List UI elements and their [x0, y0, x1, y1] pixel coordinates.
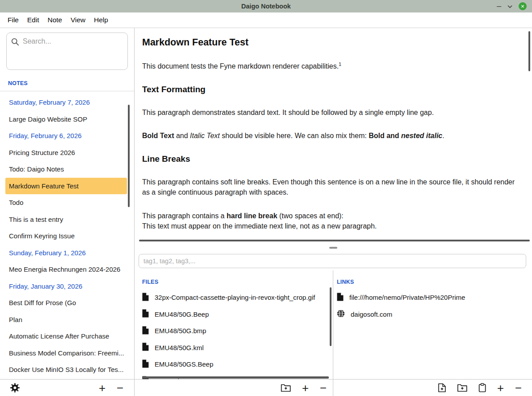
- markdown-paragraph: This paragraph demonstrates standard tex…: [142, 107, 516, 118]
- text-segment: Bold and: [368, 132, 401, 139]
- note-item-selected[interactable]: Markdown Feature Test: [5, 178, 127, 195]
- note-item[interactable]: Friday, January 30, 2026: [5, 278, 127, 295]
- text-segment: should be visible here. We can also mix …: [220, 132, 368, 139]
- files-horizontal-scrollbar[interactable]: [142, 376, 329, 379]
- text-segment: Italic Text: [190, 132, 220, 139]
- note-item[interactable]: Plan: [5, 311, 127, 328]
- notes-scrollbar[interactable]: [128, 105, 130, 207]
- text-segment: nested italic: [401, 132, 442, 139]
- text-segment: Bold Text: [142, 132, 174, 139]
- files-toolbar: + −: [135, 379, 333, 396]
- add-link-button[interactable]: +: [497, 382, 504, 394]
- attachments-area: FILES 32px-Compact-cassette-playing-in-r…: [135, 270, 532, 379]
- link-item[interactable]: file:///home/nemo/Private/HP%20Prime: [333, 289, 532, 306]
- file-item[interactable]: 32px-Compact-cassette-playing-in-revox-t…: [135, 289, 333, 306]
- link-item[interactable]: daigosoft.com: [333, 306, 532, 323]
- notes-section-label: NOTES: [8, 80, 28, 86]
- files-vertical-scrollbar[interactable]: [330, 287, 331, 346]
- menu-view[interactable]: View: [70, 16, 85, 24]
- note-item[interactable]: This is a test entry: [5, 211, 127, 228]
- search-input[interactable]: [23, 37, 123, 45]
- file-item[interactable]: EMU48/50G.Beep: [135, 306, 333, 323]
- note-item[interactable]: Todo: Daigo Notes: [5, 161, 127, 178]
- note-content: Markdown Feature TestThis document tests…: [135, 28, 532, 245]
- note-item[interactable]: Best Diff for Prose (Go: [5, 294, 127, 311]
- markdown-paragraph: This paragraph contains a hard line brea…: [142, 211, 516, 232]
- file-icon: [337, 293, 344, 302]
- note-item[interactable]: Friday, February 6, 2026: [5, 127, 127, 144]
- close-button[interactable]: ✕: [519, 2, 527, 10]
- note-item[interactable]: Business Model Comparison: Freemi...: [5, 345, 127, 362]
- menu-help[interactable]: Help: [94, 16, 108, 24]
- tags-input[interactable]: [139, 254, 526, 268]
- links-panel: LINKS file:///home/nemo/Private/HP%20Pri…: [333, 270, 532, 379]
- window-title: Daigo Notebook: [241, 3, 291, 10]
- text-segment: This text must appear on the immediate n…: [142, 222, 377, 230]
- app-window: Daigo Notebook – ✕ FileEditNoteViewHelp …: [0, 0, 532, 396]
- file-item[interactable]: EMU48/50G.bmp: [135, 323, 333, 339]
- splitter[interactable]: [135, 245, 532, 251]
- file-icon: [142, 343, 149, 352]
- note-item[interactable]: Meo Energia Rechnungen 2024-2026: [5, 261, 127, 278]
- text-segment: and: [174, 132, 190, 139]
- maximize-button[interactable]: [507, 2, 512, 10]
- file-add-icon[interactable]: [438, 383, 446, 392]
- content-vertical-scrollbar[interactable]: [528, 31, 530, 71]
- titlebar[interactable]: Daigo Notebook – ✕: [0, 0, 532, 12]
- settings-gear-icon[interactable]: [10, 383, 20, 393]
- window-controls: – ✕: [497, 0, 527, 12]
- note-item[interactable]: Pricing Structure 2026: [5, 144, 127, 161]
- minimize-button[interactable]: –: [497, 2, 501, 10]
- remove-file-button[interactable]: −: [320, 382, 327, 394]
- links-section-label: LINKS: [337, 279, 354, 285]
- note-item[interactable]: Confirm Keyring Issue: [5, 228, 127, 245]
- markdown-paragraph: This document tests the Fyne markdown re…: [142, 61, 516, 72]
- note-item[interactable]: Automatic License After Purchase: [5, 328, 127, 345]
- note-item[interactable]: Sunday, February 1, 2026: [5, 245, 127, 261]
- splitter-handle[interactable]: [329, 247, 337, 249]
- text-segment: (two spaces at end):: [277, 212, 344, 220]
- file-icon: [142, 309, 149, 319]
- text-segment: This paragraph demonstrates standard tex…: [142, 109, 434, 116]
- note-item[interactable]: Todo: [5, 194, 127, 211]
- folder-add-icon[interactable]: [457, 384, 467, 392]
- menubar: FileEditNoteViewHelp: [0, 12, 532, 28]
- note-item[interactable]: Large Daigo Website SOP: [5, 111, 127, 128]
- search-icon: [11, 38, 19, 46]
- file-name: EMU48/50G.kml: [155, 344, 204, 351]
- content-horizontal-scrollbar[interactable]: [139, 240, 530, 241]
- folder-add-icon[interactable]: [281, 384, 291, 392]
- links-toolbar: + −: [333, 379, 532, 396]
- remove-note-button[interactable]: −: [117, 382, 123, 394]
- main-area: Markdown Feature TestThis document tests…: [135, 28, 532, 396]
- globe-icon: [337, 310, 345, 319]
- notes-section-header: NOTES: [0, 79, 134, 91]
- file-item[interactable]: EMU48/50GS.Beep: [135, 356, 333, 373]
- file-item[interactable]: EMU48/50G.kml: [135, 339, 333, 356]
- markdown-heading: Line Breaks: [142, 154, 516, 164]
- text-segment: This paragraph contains a: [142, 212, 226, 220]
- markdown-paragraph: Bold Text and Italic Text should be visi…: [142, 131, 516, 141]
- add-note-button[interactable]: +: [99, 382, 106, 394]
- footnote-marker: 1: [339, 61, 341, 67]
- add-file-button[interactable]: +: [302, 382, 309, 394]
- files-panel: FILES 32px-Compact-cassette-playing-in-r…: [135, 270, 333, 379]
- text-segment: hard line break: [226, 212, 277, 220]
- links-section-header: LINKS: [333, 270, 532, 286]
- search-box[interactable]: [6, 33, 128, 70]
- sidebar: NOTES Saturday, February 7, 2026Large Da…: [0, 28, 135, 396]
- chevron-down-icon: [507, 2, 512, 10]
- files-section-label: FILES: [142, 279, 158, 285]
- file-icon: [142, 326, 149, 336]
- menu-note[interactable]: Note: [48, 16, 62, 24]
- sidebar-toolbar: + −: [0, 379, 134, 396]
- menu-edit[interactable]: Edit: [27, 16, 39, 24]
- note-item[interactable]: Docker Use MinIO S3 Locally for Tes...: [5, 361, 127, 378]
- window-body: NOTES Saturday, February 7, 2026Large Da…: [0, 28, 532, 396]
- note-item[interactable]: Saturday, February 7, 2026: [5, 94, 127, 111]
- menu-file[interactable]: File: [8, 16, 19, 24]
- remove-link-button[interactable]: −: [515, 382, 522, 394]
- markdown-heading: Markdown Feature Test: [142, 37, 516, 48]
- file-icon: [142, 293, 149, 302]
- clipboard-icon[interactable]: [479, 383, 486, 392]
